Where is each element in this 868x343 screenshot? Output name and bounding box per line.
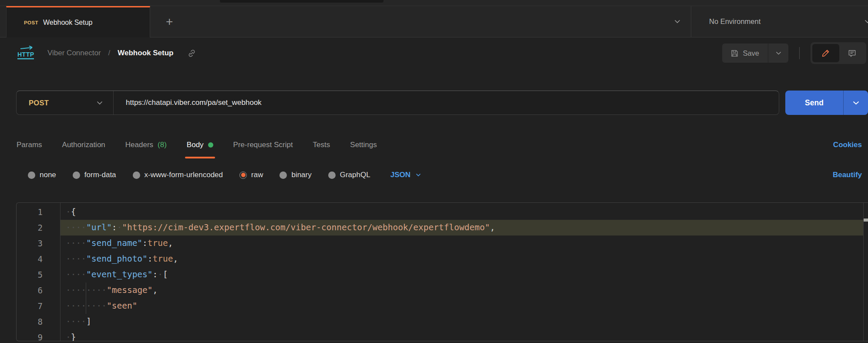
edit-mode-button[interactable]: [812, 44, 839, 62]
token-comma: ,: [490, 222, 495, 232]
overview-ruler-marker[interactable]: [864, 219, 868, 222]
edit-comment-toggle-group: [811, 42, 866, 64]
token-string: "https://cim-dev3.expertflow.com/viber-c…: [122, 222, 490, 232]
headers-count: (8): [158, 141, 167, 149]
radio-circle-selected: [239, 172, 247, 179]
token-colon: :: [153, 269, 158, 279]
code-line-1[interactable]: 1·{: [17, 204, 868, 220]
indent-guide: [86, 282, 86, 314]
workspace-searchbar-edge: [220, 0, 384, 3]
code-line-2-highlighted[interactable]: 2····"url":·"https://cim-dev3.expertflow…: [17, 220, 868, 235]
beautify-link[interactable]: Beautify: [833, 171, 862, 179]
line-number: 2: [17, 220, 60, 235]
tab-authorization[interactable]: Authorization: [62, 131, 105, 158]
method-chevron-icon: [97, 101, 103, 105]
radio-circle: [279, 172, 287, 179]
token-colon: :: [112, 222, 117, 232]
tab-tests[interactable]: Tests: [313, 131, 330, 158]
token-whitespace: ····: [66, 301, 86, 311]
token-whitespace: ····: [66, 254, 86, 264]
actions-divider: [799, 47, 800, 59]
token-whitespace: ·: [66, 207, 71, 217]
radio-binary[interactable]: binary: [279, 171, 311, 179]
token-key: "send_name": [86, 238, 142, 248]
token-whitespace: ·: [66, 332, 71, 341]
line-number: 4: [17, 251, 60, 267]
token-bracket: ]: [86, 316, 91, 326]
token-key: "send_photo": [86, 254, 148, 264]
request-tabs: Params Authorization Headers(8) Body Pre…: [0, 131, 868, 158]
language-selector[interactable]: JSON: [390, 171, 421, 179]
token-whitespace: ····: [66, 222, 86, 232]
gutter-divider: [60, 203, 61, 341]
code-line-4[interactable]: 4····"send_photo":true,: [17, 251, 868, 267]
save-label: Save: [743, 49, 759, 57]
radio-form-data[interactable]: form-data: [73, 171, 116, 179]
radio-x-www-form-urlencoded[interactable]: x-www-form-urlencoded: [133, 171, 223, 179]
save-button-group: Save: [722, 44, 788, 63]
url-input[interactable]: https://chatapi.viber.com/pa/set_webhook: [114, 98, 262, 107]
http-request-icon: HTTP: [16, 46, 37, 61]
token-key: "event_types": [86, 269, 153, 279]
breadcrumb-request-name[interactable]: Webhook Setup: [118, 49, 173, 57]
language-label: JSON: [390, 171, 410, 179]
tab-list-chevron-icon[interactable]: [674, 20, 680, 24]
code-line-7[interactable]: 7········"seen": [17, 298, 868, 314]
token-comma: ,: [153, 285, 158, 295]
line-number: 3: [17, 235, 60, 251]
line-number: 9: [17, 330, 60, 341]
tab-pre-request-script[interactable]: Pre-request Script: [233, 131, 293, 158]
token-whitespace: ·: [117, 222, 122, 232]
comment-icon: [848, 49, 856, 57]
pencil-icon: [822, 49, 830, 57]
radio-circle: [328, 172, 336, 179]
code-line-8[interactable]: 8····]: [17, 314, 868, 330]
code-line-6[interactable]: 6········"message",: [17, 282, 868, 298]
token-whitespace: ····: [66, 238, 86, 248]
token-whitespace: ····: [66, 269, 86, 279]
token-colon: :: [148, 254, 153, 264]
line-number: 7: [17, 298, 60, 314]
scrollbar-track-divider: [863, 203, 864, 341]
comments-button[interactable]: [839, 44, 865, 62]
code-line-5[interactable]: 5····"event_types":·[: [17, 267, 868, 282]
body-code-editor[interactable]: 1·{ 2····"url":·"https://cim-dev3.expert…: [16, 202, 868, 341]
tab-title-label: Webhook Setup: [43, 19, 93, 27]
breadcrumb-collection[interactable]: Viber Connector: [47, 49, 101, 57]
line-number: 8: [17, 314, 60, 330]
code-line-9[interactable]: 9·}: [17, 330, 868, 341]
cookies-link[interactable]: Cookies: [833, 141, 862, 149]
save-icon: [731, 50, 738, 57]
radio-none[interactable]: none: [28, 171, 56, 179]
environment-label: No Environment: [709, 17, 760, 26]
tab-settings[interactable]: Settings: [350, 131, 377, 158]
tab-params[interactable]: Params: [17, 131, 42, 158]
environment-selector[interactable]: No Environment: [691, 6, 868, 37]
radio-circle: [133, 172, 140, 179]
line-number: 1: [17, 204, 60, 220]
line-number: 6: [17, 282, 60, 298]
method-selector[interactable]: POST: [17, 91, 113, 114]
tab-row: POST Webhook Setup + No Environment: [0, 6, 868, 37]
body-type-options: none form-data x-www-form-urlencoded raw…: [0, 165, 868, 185]
tab-body[interactable]: Body: [187, 131, 213, 158]
token-string: "message": [107, 285, 153, 295]
request-url-row: POST https://chatapi.viber.com/pa/set_we…: [16, 91, 868, 115]
radio-graphql[interactable]: GraphQL: [328, 171, 370, 179]
save-options-chevron[interactable]: [768, 44, 788, 63]
titlebar-strip: [0, 0, 868, 6]
code-line-3[interactable]: 3····"send_name":true,: [17, 235, 868, 251]
save-button[interactable]: Save: [722, 44, 768, 63]
copy-link-icon[interactable]: [187, 49, 196, 58]
token-whitespace: ·: [158, 269, 163, 279]
send-button[interactable]: Send: [785, 91, 843, 115]
token-boolean: true: [153, 254, 173, 264]
radio-raw[interactable]: raw: [239, 171, 263, 179]
send-options-chevron[interactable]: [844, 91, 868, 115]
postman-app-window: POST Webhook Setup + No Environment HTTP: [0, 0, 868, 343]
tab-headers[interactable]: Headers(8): [125, 131, 167, 158]
request-tab-webhook-setup[interactable]: POST Webhook Setup: [6, 6, 150, 37]
method-label: POST: [29, 99, 49, 107]
token-brace: {: [71, 207, 76, 217]
new-tab-button[interactable]: +: [166, 16, 173, 28]
